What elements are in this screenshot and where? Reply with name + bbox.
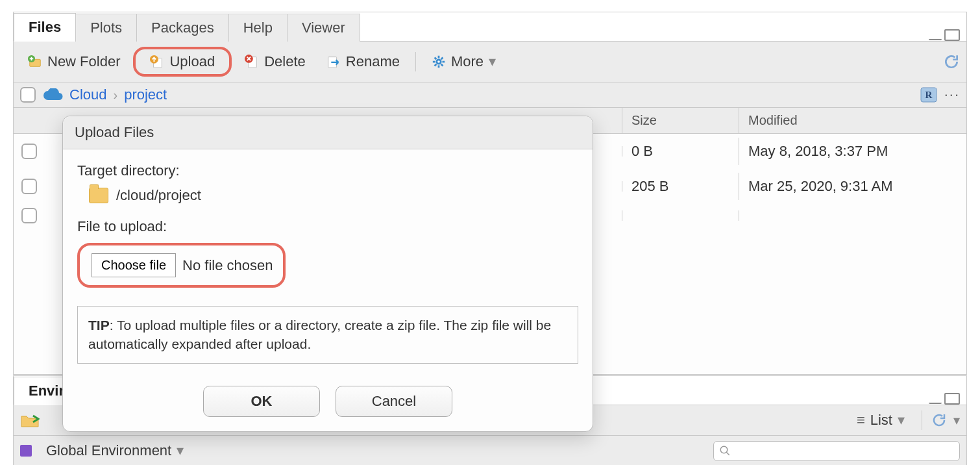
upload-highlight-annotation: Upload [133,47,232,77]
toolbar-separator [415,52,416,71]
list-label: List [870,412,892,429]
tab-help[interactable]: Help [228,14,288,42]
env-search-field[interactable] [735,444,954,458]
upload-icon [150,55,164,69]
gear-icon [432,55,446,69]
row-checkbox[interactable] [21,179,37,194]
rename-label: Rename [346,53,400,70]
upload-button[interactable]: Upload [142,51,223,73]
cancel-button[interactable]: Cancel [336,386,452,417]
tab-packages[interactable]: Packages [136,14,229,42]
new-folder-label: New Folder [47,53,120,70]
folder-icon [89,188,108,203]
files-toolbar: New Folder Upload Delete Rename [14,42,966,82]
chosen-file-status: No file chosen [182,257,273,274]
global-env-label: Global Environment [46,442,171,459]
cell-modified [739,210,966,221]
row-checkbox[interactable] [21,144,37,159]
target-dir-row[interactable]: /cloud/project [77,187,578,204]
cell-size: 0 B [622,138,739,165]
cell-size [622,210,739,221]
more-button[interactable]: More ▾ [424,51,504,73]
row-checkbox[interactable] [21,208,37,223]
chevron-down-icon: ▾ [489,53,496,70]
column-size[interactable]: Size [622,108,739,133]
upload-label: Upload [169,53,215,70]
list-icon: ≡ [857,412,865,429]
cell-size: 205 B [622,173,739,200]
cell-modified: May 8, 2018, 3:37 PM [739,138,966,165]
open-folder-icon[interactable] [20,412,40,428]
rename-button[interactable]: Rename [319,51,408,73]
global-env-selector[interactable]: Global Environment ▾ [38,440,191,462]
maximize-icon[interactable] [944,393,960,405]
file-upload-label: File to upload: [77,218,578,235]
minimize-icon[interactable] [929,38,942,40]
dialog-title: Upload Files [63,116,593,149]
tip-box: TIP: To upload multiple files or a direc… [77,306,578,364]
new-folder-icon [28,55,42,69]
tip-bold: TIP [88,318,110,333]
file-chooser[interactable]: Choose file No file chosen [92,253,273,277]
upload-files-dialog: Upload Files Target directory: /cloud/pr… [62,116,593,432]
panel-tabs: Files Plots Packages Help Viewer [14,12,966,42]
rename-icon [326,55,341,69]
delete-button[interactable]: Delete [237,51,313,73]
env-scope-row: Global Environment ▾ [14,436,966,465]
target-dir-label: Target directory: [77,162,578,179]
ok-button[interactable]: OK [203,386,320,417]
chevron-down-icon[interactable]: ▾ [953,412,960,428]
tab-viewer[interactable]: Viewer [287,14,360,42]
chevron-down-icon: ▾ [177,442,184,459]
delete-icon [245,55,259,69]
column-modified[interactable]: Modified [739,108,966,133]
list-view-button[interactable]: ≡ List ▾ [849,409,913,431]
new-folder-button[interactable]: New Folder [20,51,128,73]
env-search-input[interactable] [713,441,960,461]
refresh-icon[interactable] [931,412,947,428]
choose-file-highlight-annotation: Choose file No file chosen [77,243,286,288]
tip-text: : To upload multiple files or a director… [88,318,551,351]
svg-point-11 [720,446,728,453]
tab-files[interactable]: Files [14,13,76,42]
more-options-icon[interactable]: ··· [944,86,960,103]
maximize-icon[interactable] [944,29,960,41]
svg-point-8 [437,60,440,63]
chevron-down-icon: ▾ [898,412,905,429]
breadcrumb-row: Cloud › project R ··· [14,82,966,108]
package-icon [20,445,32,457]
choose-file-button[interactable]: Choose file [92,253,176,277]
more-label: More [451,53,484,70]
cell-modified: Mar 25, 2020, 9:31 AM [739,173,966,200]
breadcrumb-current[interactable]: project [124,86,167,103]
target-dir-path: /cloud/project [116,187,201,204]
svg-text:R: R [925,90,932,100]
chevron-right-icon: › [113,88,117,103]
tab-plots[interactable]: Plots [75,14,137,42]
delete-label: Delete [264,53,306,70]
refresh-icon[interactable] [943,53,960,70]
cloud-icon [42,88,63,101]
dialog-footer: OK Cancel [63,375,593,431]
select-all-checkbox[interactable] [20,87,36,103]
minimize-icon[interactable] [929,401,942,404]
r-project-icon[interactable]: R [920,86,938,103]
breadcrumb-root[interactable]: Cloud [69,86,106,103]
search-icon [719,445,731,457]
